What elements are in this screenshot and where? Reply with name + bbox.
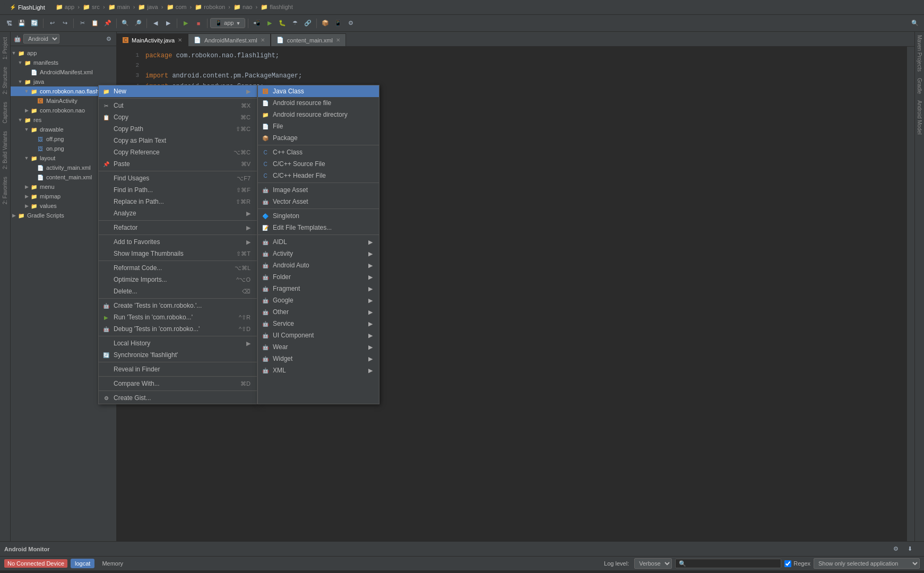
submenu-android-resource-dir[interactable]: 📁 Android resource directory: [258, 109, 379, 120]
tab-contentmain-close[interactable]: ✕: [336, 37, 340, 43]
tab-mainactivity[interactable]: 🅲 MainActivity.java ✕: [117, 33, 188, 46]
toolbar-find-btn[interactable]: 🔍: [119, 18, 131, 29]
favorites-side-tab[interactable]: 2: Favorites: [1, 173, 10, 207]
submenu-singleton[interactable]: 🔷 Singleton: [258, 210, 379, 222]
toolbar-sdk-btn[interactable]: 📦: [319, 18, 331, 29]
toolbar-settings-btn[interactable]: ⚙: [345, 18, 357, 29]
submenu-other[interactable]: 🤖 Other ▶: [258, 306, 379, 318]
tab-androidmanifest-close[interactable]: ✕: [261, 37, 265, 43]
submenu-cpp-source[interactable]: C C/C++ Source File: [258, 158, 379, 170]
submenu-folder[interactable]: 🤖 Folder ▶: [258, 271, 379, 283]
toolbar-coverage-btn[interactable]: ☂: [289, 18, 301, 29]
toolbar-avd-btn[interactable]: 📱: [332, 18, 344, 29]
submenu-image-asset[interactable]: 🤖 Image Asset: [258, 184, 379, 196]
bottom-settings-icon[interactable]: ⚙: [890, 543, 902, 555]
menu-item-find-in-path[interactable]: Find in Path... ⇧⌘F: [99, 184, 257, 196]
submenu-google[interactable]: 🤖 Google ▶: [258, 294, 379, 306]
submenu-android-auto[interactable]: 🤖 Android Auto ▶: [258, 259, 379, 271]
project-side-tab[interactable]: 1: Project: [1, 34, 10, 63]
toolbar-device-btn[interactable]: 📲: [251, 18, 263, 29]
menu-item-copy-path[interactable]: Copy Path ⇧⌘C: [99, 123, 257, 135]
menu-item-run-tests[interactable]: ▶ Run 'Tests in 'com.roboko...' ^⇧R: [99, 311, 257, 323]
menu-item-find-usages[interactable]: Find Usages ⌥F7: [99, 172, 257, 184]
regex-checkbox[interactable]: [784, 560, 791, 567]
toolbar-redo-btn[interactable]: ↪: [59, 18, 71, 29]
app-title-tab[interactable]: ⚡ FlashLight: [4, 3, 50, 12]
submenu-widget[interactable]: 🤖 Widget ▶: [258, 353, 379, 364]
submenu-vector-asset[interactable]: 🤖 Vector Asset: [258, 196, 379, 207]
project-gear-icon[interactable]: ⚙: [105, 34, 113, 43]
menu-item-optimize[interactable]: Optimize Imports... ^⌥O: [99, 274, 257, 285]
log-search-input[interactable]: [675, 559, 781, 568]
submenu-xml[interactable]: 🤖 XML ▶: [258, 364, 379, 376]
toolbar-debug-btn[interactable]: 🐛: [277, 18, 288, 29]
submenu-wear[interactable]: 🤖 Wear ▶: [258, 341, 379, 353]
submenu-cpp-header[interactable]: C C/C++ Header File: [258, 170, 379, 181]
maven-projects-tab[interactable]: Maven Projects: [915, 32, 924, 75]
memory-tab[interactable]: Memory: [98, 559, 127, 568]
structure-side-tab[interactable]: 2: Structure: [1, 64, 10, 98]
tree-item-androidmanifest[interactable]: 📄AndroidManifest.xml: [11, 67, 116, 77]
menu-item-local-history[interactable]: Local History ▶: [99, 337, 257, 349]
toolbar-search-btn[interactable]: 🔍: [909, 18, 921, 29]
toolbar-attach-btn[interactable]: 🔗: [302, 18, 314, 29]
log-level-select[interactable]: Verbose Debug Info Warn Error: [634, 558, 672, 569]
submenu-package[interactable]: 📦 Package: [258, 132, 379, 144]
build-side-tab[interactable]: 2: Build Variants: [1, 128, 10, 172]
menu-item-paste[interactable]: 📌 Paste ⌘V: [99, 158, 257, 170]
menu-item-reformat[interactable]: Reformat Code... ⌥⌘L: [99, 262, 257, 274]
menu-item-replace-in-path[interactable]: Replace in Path... ⇧⌘R: [99, 196, 257, 207]
menu-item-reveal-finder[interactable]: Reveal in Finder: [99, 363, 257, 375]
toolbar-find2-btn[interactable]: 🔎: [132, 18, 144, 29]
menu-item-refactor[interactable]: Refactor ▶: [99, 222, 257, 233]
menu-item-create-gist[interactable]: ⚙ Create Gist...: [99, 392, 257, 404]
submenu-ui-component[interactable]: 🤖 UI Component ▶: [258, 329, 379, 341]
menu-item-new[interactable]: 📁 New ▶: [99, 85, 257, 97]
menu-item-copy-plain[interactable]: Copy as Plain Text: [99, 135, 257, 146]
android-model-tab[interactable]: Android Model: [915, 97, 924, 137]
toolbar-run-icon[interactable]: ▶: [180, 18, 192, 29]
submenu-android-resource-file[interactable]: 📄 Android resource file: [258, 97, 379, 109]
tab-contentmain[interactable]: 📄 content_main.xml ✕: [271, 33, 346, 46]
submenu-file[interactable]: 📄 File: [258, 120, 379, 132]
menu-item-delete[interactable]: Delete... ⌫: [99, 285, 257, 297]
submenu-edit-templates[interactable]: 📝 Edit File Templates...: [258, 222, 379, 233]
tab-mainactivity-close[interactable]: ✕: [178, 37, 182, 43]
tab-androidmanifest[interactable]: 📄 AndroidManifest.xml ✕: [188, 33, 271, 46]
toolbar-copy-btn[interactable]: 📋: [89, 18, 101, 29]
submenu-java-class[interactable]: 🅲 Java Class: [258, 85, 379, 97]
menu-item-synchronize[interactable]: 🔄 Synchronize 'flashlight': [99, 349, 257, 361]
submenu-aidl[interactable]: 🤖 AIDL ▶: [258, 236, 379, 248]
tree-item-manifests[interactable]: ▼📁manifests: [11, 58, 116, 67]
toolbar-undo-btn[interactable]: ↩: [46, 18, 58, 29]
submenu-activity[interactable]: 🤖 Activity ▶: [258, 248, 379, 259]
show-only-select[interactable]: Show only selected application: [814, 558, 920, 569]
captures-side-tab[interactable]: Captures: [1, 99, 10, 127]
toolbar-next-btn[interactable]: ▶: [162, 18, 174, 29]
logcat-tab[interactable]: logcat: [71, 559, 94, 568]
menu-item-analyze[interactable]: Analyze ▶: [99, 207, 257, 219]
toolbar-build-btn[interactable]: 🏗: [3, 18, 15, 29]
menu-item-add-favorites[interactable]: Add to Favorites ▶: [99, 236, 257, 248]
toolbar-cut-btn[interactable]: ✂: [76, 18, 88, 29]
project-view-selector[interactable]: Android Project: [23, 34, 59, 44]
gradle-tab[interactable]: Gradle: [915, 75, 924, 97]
submenu-service[interactable]: 🤖 Service ▶: [258, 318, 379, 329]
toolbar-app-selector[interactable]: 📱 app ▼: [210, 18, 245, 28]
toolbar-sync-btn[interactable]: 🔄: [29, 18, 40, 29]
submenu-cpp-class[interactable]: C C++ Class: [258, 146, 379, 158]
menu-item-debug-tests[interactable]: 🤖 Debug 'Tests in 'com.roboko...' ^⇧D: [99, 323, 257, 335]
menu-item-copy-ref[interactable]: Copy Reference ⌥⌘C: [99, 146, 257, 158]
submenu-fragment[interactable]: 🤖 Fragment ▶: [258, 283, 379, 294]
menu-item-compare[interactable]: Compare With... ⌘D: [99, 378, 257, 389]
toolbar-save-btn[interactable]: 💾: [16, 18, 28, 29]
tree-item-app[interactable]: ▼📁app: [11, 48, 116, 58]
menu-item-show-thumbnails[interactable]: Show Image Thumbnails ⇧⌘T: [99, 248, 257, 259]
toolbar-paste-btn[interactable]: 📌: [102, 18, 114, 29]
menu-item-copy[interactable]: 📋 Copy ⌘C: [99, 111, 257, 123]
toolbar-run2-btn[interactable]: ▶: [264, 18, 275, 29]
toolbar-stop-icon[interactable]: ■: [193, 18, 204, 29]
bottom-minimize-icon[interactable]: ⬇: [904, 543, 916, 555]
menu-item-cut[interactable]: ✂ Cut ⌘X: [99, 100, 257, 111]
menu-item-create-tests[interactable]: 🤖 Create 'Tests in 'com.roboko.'...: [99, 300, 257, 311]
